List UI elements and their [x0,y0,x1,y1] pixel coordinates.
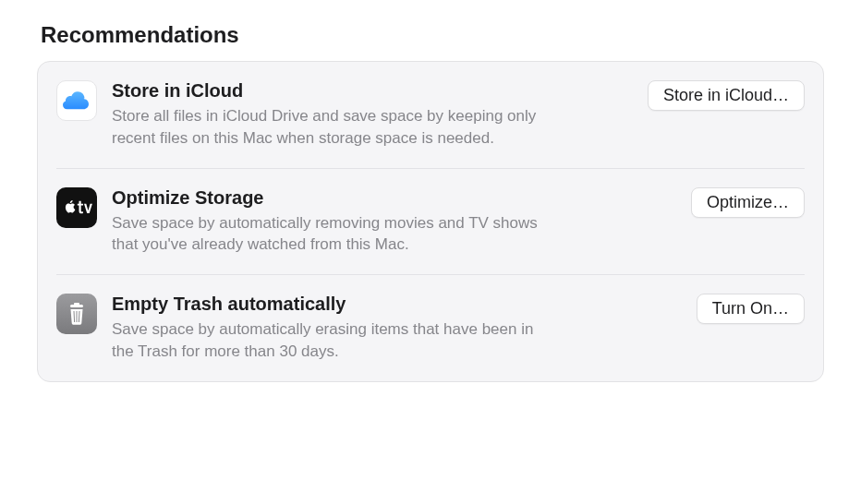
recommendation-row-icloud: Store in iCloud Store all files in iClou… [56,62,805,168]
row-action: Turn On… [697,294,805,324]
icloud-icon [56,80,97,121]
row-description-optimize: Save space by automatically removing mov… [112,212,555,257]
svg-line-4 [79,311,79,322]
section-title: Recommendations [41,22,824,48]
optimize-button[interactable]: Optimize… [691,187,805,218]
svg-rect-1 [74,303,79,306]
row-action: Store in iCloud… [648,80,805,111]
row-body: Optimize Storage Save space by automatic… [112,187,676,257]
row-body: Empty Trash automatically Save space by … [112,294,682,363]
recommendation-row-optimize: Optimize Storage Save space by automatic… [56,168,805,275]
row-action: Optimize… [691,187,805,218]
store-in-icloud-button[interactable]: Store in iCloud… [648,80,805,111]
row-body: Store in iCloud Store all files in iClou… [112,80,633,150]
row-title-icloud: Store in iCloud [112,80,624,102]
recommendations-panel: Store in iCloud Store all files in iClou… [37,61,824,382]
svg-line-2 [74,311,75,322]
row-title-optimize: Optimize Storage [112,187,667,209]
row-description-icloud: Store all files in iCloud Drive and save… [112,105,555,150]
apple-tv-icon [56,187,97,228]
row-description-trash: Save space by automatically erasing item… [112,318,555,363]
recommendation-row-trash: Empty Trash automatically Save space by … [56,274,805,381]
row-title-trash: Empty Trash automatically [112,294,673,315]
turn-on-button[interactable]: Turn On… [697,294,805,324]
trash-icon [56,294,97,334]
